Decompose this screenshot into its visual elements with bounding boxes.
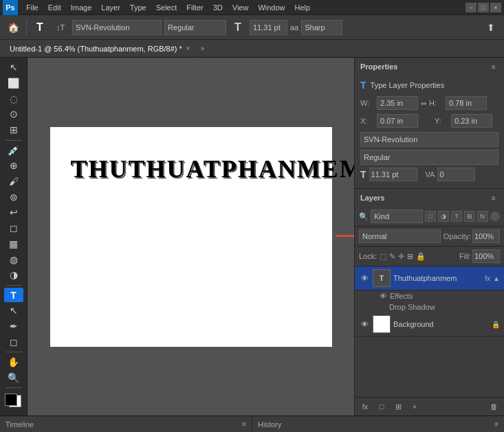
new-group-button[interactable]: ⊞ [392, 400, 404, 413]
healing-tool[interactable]: ⊕ [4, 159, 23, 173]
layer-filter-select[interactable]: Kind [371, 209, 423, 223]
menu-filter[interactable]: Filter [182, 2, 207, 13]
stamp-tool[interactable]: ⊚ [4, 190, 23, 204]
lock-position-icon[interactable]: ✛ [398, 252, 404, 261]
quick-select-tool[interactable]: ⊙ [4, 107, 23, 122]
history-brush-tool[interactable]: ↩ [4, 205, 23, 220]
lock-transparent-icon[interactable]: ⬚ [380, 252, 386, 261]
height-label: H: [429, 99, 443, 107]
menu-file[interactable]: File [22, 2, 43, 13]
fill-input[interactable] [472, 249, 500, 263]
background-layer-name: Background [393, 320, 489, 328]
menu-type[interactable]: Type [126, 2, 151, 13]
brush-tool[interactable]: 🖌 [4, 174, 23, 189]
add-mask-button[interactable]: □ [375, 400, 388, 413]
timeline-panel-tab[interactable]: Timeline ≡ [0, 416, 252, 432]
effects-label: Effects [390, 292, 413, 300]
history-panel-tab[interactable]: History ≡ [252, 416, 504, 432]
color-swatches[interactable] [3, 392, 24, 413]
layer-background[interactable]: 👁 Background 🔒 [355, 312, 504, 337]
font-family-select[interactable]: SVN-Revolution [72, 20, 162, 35]
width-input[interactable] [377, 96, 418, 110]
blend-mode-select[interactable]: Normal [359, 229, 441, 243]
tool-divider-4 [6, 387, 22, 388]
link-icon[interactable]: ⇔ [421, 100, 426, 107]
type-orientation-icon[interactable]: ↕T [52, 19, 69, 36]
type-layer-label: Type Layer Properties [371, 81, 445, 89]
delete-layer-button[interactable]: 🗑 [487, 400, 500, 413]
layer-fx-icon[interactable]: fx [485, 275, 490, 282]
maximize-button[interactable]: □ [478, 3, 489, 12]
path-tool[interactable]: ↖ [4, 304, 23, 318]
blur-tool[interactable]: ◍ [4, 252, 23, 266]
height-input[interactable] [446, 96, 487, 110]
filter-shape-icon[interactable]: ⊞ [464, 211, 475, 222]
layer-effects-group[interactable]: 👁 Effects [355, 291, 504, 302]
filter-type-icon[interactable]: T [451, 211, 462, 222]
lasso-tool[interactable]: ◌ [4, 91, 23, 106]
history-more-icon[interactable]: ≡ [494, 420, 498, 428]
layer-fx-button[interactable]: fx [359, 400, 371, 413]
minimize-button[interactable]: − [465, 3, 476, 12]
lock-all-icon[interactable]: 🔒 [416, 252, 426, 261]
document-tab[interactable]: Untitled-1 @ 56.4% (Thuthuatphanmem, RGB… [3, 41, 198, 57]
layer-expand-icon[interactable]: ▲ [493, 275, 500, 282]
lock-artboard-icon[interactable]: ⊞ [407, 252, 413, 261]
layers-filter-bar: 🔍 Kind □ ◑ T ⊞ fx [355, 207, 504, 227]
lock-image-icon[interactable]: ✎ [389, 252, 395, 261]
close-button[interactable]: × [490, 3, 501, 12]
pen-tool[interactable]: ✒ [4, 319, 23, 334]
gradient-tool[interactable]: ▦ [4, 236, 23, 251]
timeline-more-icon[interactable]: ≡ [242, 420, 246, 428]
layers-header[interactable]: Layers ≡ [355, 189, 504, 207]
font-size-select[interactable]: 11.31 pt [369, 168, 417, 181]
menu-help[interactable]: Help [291, 2, 315, 13]
menu-layer[interactable]: Layer [97, 2, 124, 13]
move-tool[interactable]: ↖ [4, 60, 23, 75]
marquee-tool[interactable]: ⬜ [4, 76, 23, 91]
home-icon[interactable]: 🏠 [4, 19, 22, 36]
properties-header[interactable]: Properties ≡ [355, 58, 504, 76]
va-select[interactable]: 0 [437, 168, 475, 181]
x-input[interactable] [377, 114, 418, 128]
eraser-tool[interactable]: ◻ [4, 221, 23, 236]
antialiasing-select[interactable]: Sharp [301, 20, 342, 35]
properties-font-family[interactable]: SVN-Revolution [360, 132, 498, 147]
menu-window[interactable]: Window [254, 2, 289, 13]
properties-font-style[interactable]: Regular [360, 150, 498, 165]
more-tabs-icon[interactable]: » [201, 45, 205, 52]
y-input[interactable] [451, 114, 492, 128]
foreground-color-swatch[interactable] [5, 394, 17, 406]
shape-tool[interactable]: ◻ [4, 334, 23, 349]
eyedropper-tool[interactable]: 💉 [4, 143, 23, 157]
font-style-select[interactable]: Regular [164, 20, 226, 35]
type-tool[interactable]: T [4, 288, 23, 302]
menu-edit[interactable]: Edit [44, 2, 65, 13]
hand-tool[interactable]: ✋ [4, 355, 23, 370]
dodge-tool[interactable]: ◑ [4, 268, 23, 282]
properties-menu-icon[interactable]: ≡ [489, 62, 498, 71]
new-layer-button[interactable]: + [408, 400, 421, 413]
zoom-tool[interactable]: 🔍 [4, 371, 23, 385]
layers-menu-icon[interactable]: ≡ [489, 193, 498, 203]
font-size-input[interactable] [250, 20, 287, 35]
filter-adjust-icon[interactable]: ◑ [438, 211, 449, 222]
menu-select[interactable]: Select [152, 2, 182, 13]
upload-icon[interactable]: ⬆ [482, 19, 500, 36]
crop-tool[interactable]: ⊞ [4, 123, 23, 137]
menu-3d[interactable]: 3D [209, 2, 227, 13]
layer-visibility-eye[interactable]: 👁 [359, 273, 370, 284]
layer-thuthuatphanmem[interactable]: 👁 T Thuthuatphanmem fx ▲ [355, 266, 504, 291]
filter-smart-icon[interactable]: fx [477, 211, 488, 222]
filter-toggle[interactable] [490, 212, 500, 221]
y-label: Y: [435, 117, 448, 125]
menu-image[interactable]: Image [67, 2, 96, 13]
background-visibility-eye[interactable]: 👁 [359, 319, 370, 330]
tab-close-button[interactable]: × [186, 45, 190, 52]
filter-pixel-icon[interactable]: □ [425, 211, 436, 222]
menu-view[interactable]: View [228, 2, 253, 13]
type-tool-icon[interactable]: T [31, 19, 49, 36]
opacity-input[interactable] [472, 229, 500, 243]
layer-drop-shadow[interactable]: Drop Shadow [355, 302, 504, 312]
effects-eye-icon[interactable]: 👁 [380, 292, 387, 300]
